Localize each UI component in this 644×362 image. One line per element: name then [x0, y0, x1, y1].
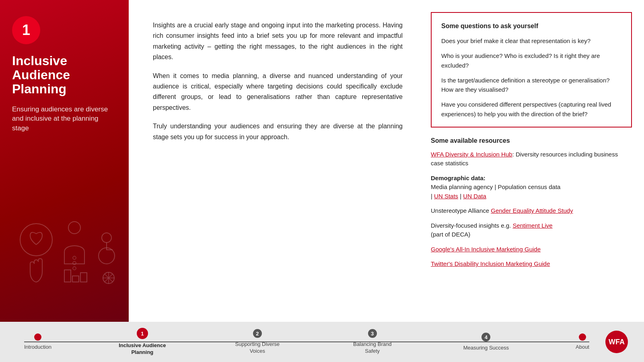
nav-label-about: About: [576, 344, 589, 351]
un-data-link[interactable]: UN Data: [463, 193, 486, 200]
nav-label-diverse: Supporting Diverse Voices: [233, 341, 282, 355]
nav-number-inclusive: 1: [141, 331, 144, 337]
nav-label-introduction: Introduction: [24, 344, 51, 351]
resource-demographic: Demographic data: Media planning agency …: [431, 174, 632, 201]
nav-dot-measuring-wrapper: 4: [481, 333, 490, 341]
nav-number-brand: 3: [371, 331, 374, 337]
sidebar-title: Inclusive Audience Planning: [12, 54, 117, 97]
paragraph-2: When it comes to media planning, a diver…: [153, 71, 403, 113]
resource-twitter: Twitter's Disability Inclusion Marketing…: [431, 259, 632, 269]
nav-dot-measuring: 4: [481, 333, 490, 341]
un-stats-link[interactable]: UN Stats: [434, 193, 458, 200]
svg-point-2: [73, 256, 76, 259]
nav-label-measuring: Measuring Success: [463, 345, 509, 352]
svg-point-5: [102, 233, 111, 243]
nav-dot-diverse: 2: [253, 329, 262, 338]
nav-item-about[interactable]: About: [576, 333, 589, 351]
svg-rect-9: [80, 273, 87, 282]
resource-google: Google's All-In Inclusive Marketing Guid…: [431, 245, 632, 254]
nav-items: Introduction 1 Inclusive Audience Planni…: [24, 328, 589, 356]
decorative-icons: [8, 216, 121, 298]
nav-item-brand[interactable]: 3 Balancing Brand Safety: [348, 329, 397, 355]
svg-rect-8: [72, 276, 79, 282]
resource-wfa: WFA Diversity & Inclusion Hub: Diversity…: [431, 150, 632, 168]
nav-dot-inclusive: 1: [137, 328, 148, 339]
svg-point-1: [68, 222, 80, 234]
nav-item-introduction[interactable]: Introduction: [24, 333, 51, 351]
sidebar: 1 Inclusive Audience Planning Ensuring a…: [0, 0, 129, 322]
paragraph-3: Truly understanding your audiences and e…: [153, 121, 403, 142]
nav-dot-about: [579, 333, 586, 341]
resource-sentiment: Diversity-focused insights e.g. Sentimen…: [431, 221, 632, 239]
sentiment-live-link[interactable]: Sentiment Live: [512, 222, 552, 229]
svg-point-4: [73, 267, 76, 270]
paragraph-1: Insights are a crucial early stage and o…: [153, 20, 403, 63]
nav-dot-brand: 3: [368, 329, 377, 338]
bottom-nav: Introduction 1 Inclusive Audience Planni…: [0, 322, 644, 362]
question-4: Have you considered different perspectiv…: [441, 100, 621, 119]
nav-label-brand: Balancing Brand Safety: [348, 341, 397, 355]
gender-equality-link[interactable]: Gender Equality Attitude Study: [491, 207, 573, 214]
twitter-guide-link[interactable]: Twitter's Disability Inclusion Marketing…: [431, 260, 550, 267]
resources-section: Some available resources WFA Diversity &…: [431, 137, 632, 274]
page-number: 1: [22, 22, 30, 39]
main-text-section: Insights are a crucial early stage and o…: [129, 0, 419, 322]
nav-label-inclusive: Inclusive Audience Planning: [118, 342, 167, 356]
nav-dot-diverse-wrapper: 2: [253, 329, 262, 338]
svg-point-0: [20, 224, 52, 256]
resource-unstereotype: Unstereotype Alliance Gender Equality At…: [431, 206, 632, 216]
question-3: Is the target/audience definition a ster…: [441, 76, 621, 95]
nav-dot-brand-wrapper: 3: [368, 329, 377, 338]
page-number-circle: 1: [12, 16, 40, 44]
right-panel: Some questions to ask yourself Does your…: [419, 0, 644, 322]
nav-dot-introduction: [34, 333, 41, 341]
nav-dot-inclusive-wrapper: 1: [137, 328, 148, 339]
questions-heading: Some questions to ask yourself: [441, 23, 621, 30]
google-guide-link[interactable]: Google's All-In Inclusive Marketing Guid…: [431, 246, 541, 253]
nav-number-measuring: 4: [485, 334, 488, 340]
nav-item-inclusive[interactable]: 1 Inclusive Audience Planning: [118, 328, 167, 356]
nav-item-measuring[interactable]: 4 Measuring Success: [463, 333, 509, 352]
resources-heading: Some available resources: [431, 137, 632, 144]
nav-number-diverse: 2: [256, 331, 259, 337]
sidebar-subtitle: Ensuring audiences are diverse and inclu…: [12, 105, 117, 133]
questions-box: Some questions to ask yourself Does your…: [431, 12, 632, 128]
nav-timeline: Introduction 1 Inclusive Audience Planni…: [16, 328, 597, 356]
nav-dot-about-wrapper: [579, 333, 586, 341]
question-2: Who is your audience? Who is excluded? I…: [441, 51, 621, 70]
wfa-link[interactable]: WFA Diversity & Inclusion Hub: [431, 151, 512, 158]
wfa-logo-text: WFA: [609, 338, 625, 346]
svg-rect-7: [64, 270, 71, 282]
nav-dot-introduction-wrapper: [34, 333, 41, 341]
question-1: Does your brief make it clear that repre…: [441, 36, 621, 45]
content-area: Insights are a crucial early stage and o…: [129, 0, 644, 322]
wfa-logo: WFA: [605, 331, 628, 353]
nav-item-diverse[interactable]: 2 Supporting Diverse Voices: [233, 329, 282, 355]
